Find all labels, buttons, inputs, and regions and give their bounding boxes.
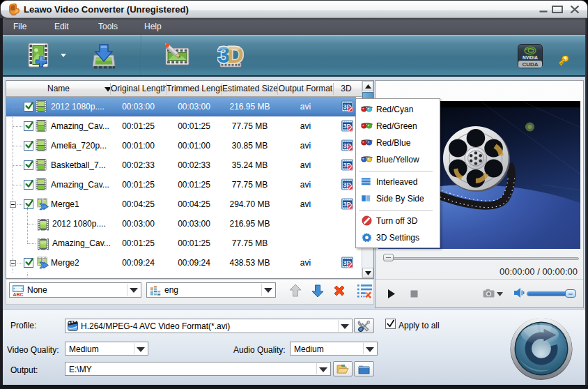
svg-text:CUDA: CUDA [522, 61, 538, 68]
svg-text:ABC: ABC [13, 292, 23, 297]
svg-text:NVIDIA: NVIDIA [523, 55, 538, 60]
